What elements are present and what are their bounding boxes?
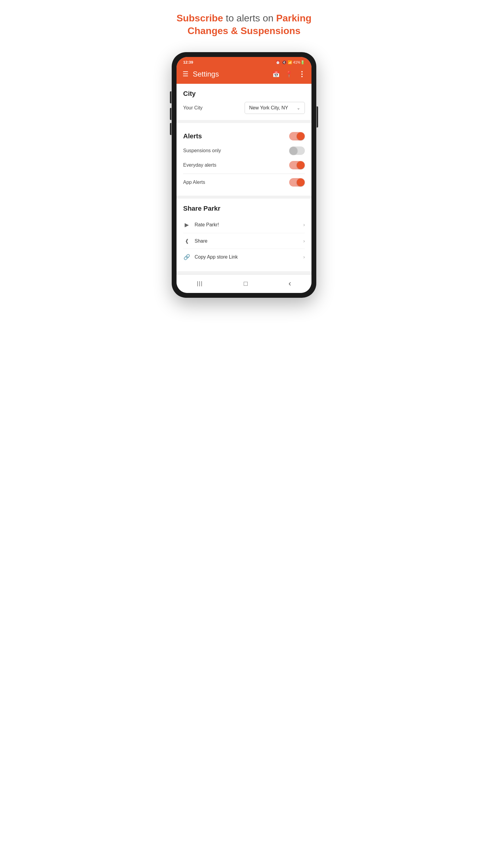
- suspensions-toggle-track[interactable]: [289, 147, 305, 155]
- menu-icon[interactable]: ☰: [183, 70, 189, 78]
- status-icons: ⏰ 🔇 📶 41%🔋: [275, 60, 305, 64]
- share-row[interactable]: ❰ Share ›: [183, 233, 305, 249]
- alerts-toggle[interactable]: [289, 132, 305, 141]
- everyday-alerts-row: Everyday alerts: [183, 158, 305, 173]
- app-bar: ☰ Settings 📅 📍 ⋮: [176, 66, 312, 84]
- play-store-icon: ▶: [183, 221, 190, 228]
- selected-city-text: New York City, NY: [249, 105, 288, 111]
- rate-parkr-row[interactable]: ▶ Rate Parkr! ›: [183, 217, 305, 233]
- share-section: Share Parkr ▶ Rate Parkr! › ❰ Share ›: [176, 198, 312, 271]
- more-icon[interactable]: ⋮: [298, 70, 305, 79]
- everyday-toggle-track[interactable]: [289, 161, 305, 169]
- share-section-title: Share Parkr: [183, 205, 305, 213]
- headline: Subscribe to alerts on Parking Changes &…: [160, 12, 328, 37]
- bottom-nav: ||| □ ‹: [176, 274, 312, 293]
- everyday-toggle-thumb: [297, 161, 304, 169]
- copy-link-label: Copy App store Link: [195, 254, 238, 260]
- share-icon: ❰: [183, 238, 190, 244]
- everyday-alerts-label: Everyday alerts: [183, 162, 216, 168]
- home-button[interactable]: □: [244, 280, 248, 287]
- everyday-toggle[interactable]: [289, 161, 305, 169]
- copy-link-chevron-icon: ›: [303, 254, 305, 260]
- status-bar: 12:39 ⏰ 🔇 📶 41%🔋: [176, 57, 312, 66]
- calendar-icon[interactable]: 📅: [272, 70, 280, 78]
- app-bar-icons: 📅 📍 ⋮: [272, 70, 305, 79]
- recent-apps-button[interactable]: |||: [197, 280, 203, 287]
- city-dropdown[interactable]: New York City, NY ⌄: [245, 102, 305, 114]
- headline-middle: to alerts on: [223, 13, 276, 24]
- location-icon[interactable]: 📍: [285, 70, 293, 78]
- city-section-title: City: [183, 90, 305, 98]
- rate-parkr-label: Rate Parkr!: [195, 222, 219, 227]
- share-left: ❰ Share: [183, 238, 207, 244]
- alerts-divider: [183, 174, 305, 174]
- alerts-toggle-track[interactable]: [289, 132, 305, 141]
- app-alerts-row: App Alerts: [183, 175, 305, 190]
- suspensions-only-row: Suspensions only: [183, 144, 305, 158]
- app-bar-title: Settings: [193, 70, 219, 79]
- suspensions-toggle-thumb: [290, 147, 297, 155]
- rate-chevron-icon: ›: [303, 222, 305, 227]
- suspensions-only-label: Suspensions only: [183, 148, 221, 153]
- share-chevron-icon: ›: [303, 239, 305, 244]
- app-alerts-label: App Alerts: [183, 180, 205, 185]
- headline-subscribe: Subscribe: [176, 13, 223, 24]
- app-alerts-toggle-track[interactable]: [289, 178, 305, 187]
- phone-shell: 12:39 ⏰ 🔇 📶 41%🔋 ☰ Settings 📅 📍 ⋮ City Y…: [172, 52, 316, 298]
- status-time: 12:39: [183, 60, 193, 64]
- copy-link-row[interactable]: 🔗 Copy App store Link ›: [183, 249, 305, 265]
- suspensions-toggle[interactable]: [289, 147, 305, 155]
- alerts-toggle-thumb: [297, 132, 304, 140]
- alerts-section-title: Alerts: [183, 132, 202, 140]
- alarm-icon: ⏰: [275, 60, 280, 64]
- share-label: Share: [195, 239, 207, 244]
- app-bar-left: ☰ Settings: [183, 70, 219, 79]
- city-section: City Your City New York City, NY ⌄: [176, 84, 312, 120]
- your-city-label: Your City: [183, 105, 202, 111]
- link-icon: 🔗: [183, 254, 190, 260]
- back-button[interactable]: ‹: [289, 279, 291, 288]
- app-alerts-toggle[interactable]: [289, 178, 305, 187]
- city-row: Your City New York City, NY ⌄: [183, 102, 305, 114]
- alerts-section: Alerts Suspensions only Everyday a: [176, 123, 312, 195]
- alerts-header-row: Alerts: [183, 129, 305, 144]
- phone-screen: 12:39 ⏰ 🔇 📶 41%🔋 ☰ Settings 📅 📍 ⋮ City Y…: [176, 57, 312, 293]
- app-alerts-toggle-thumb: [297, 179, 304, 186]
- chevron-down-icon: ⌄: [297, 105, 300, 110]
- rate-parkr-left: ▶ Rate Parkr!: [183, 221, 219, 228]
- status-right-icons: 🔇 📶 41%🔋: [282, 60, 305, 64]
- copy-link-left: 🔗 Copy App store Link: [183, 254, 238, 260]
